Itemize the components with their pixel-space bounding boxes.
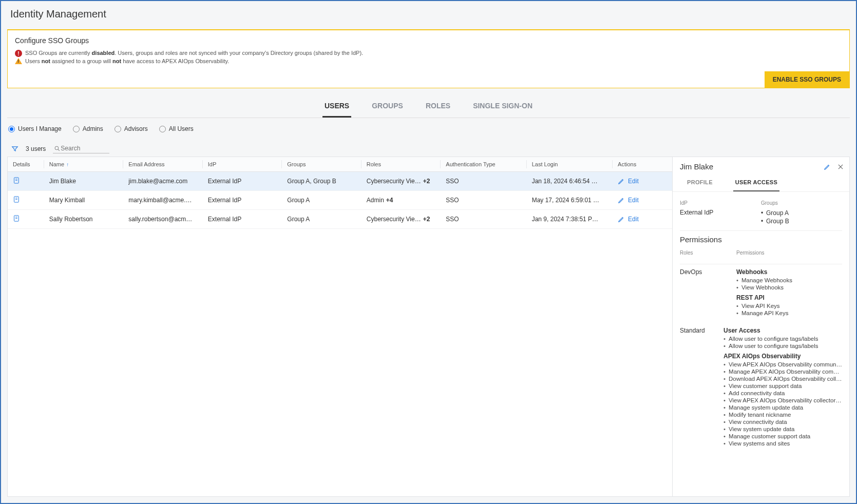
sso-banner: Configure SSO Groups ! SSO Groups are cu… (7, 29, 850, 88)
perm-role-name: Standard (680, 327, 723, 450)
users-table: DetailsName↑Email AddressIdPGroupsRolesA… (8, 157, 672, 229)
error-icon: ! (15, 50, 22, 57)
table-row[interactable]: Sally Robertsonsally.robertson@acm…Exter… (8, 210, 672, 229)
cell-email: mary.kimball@acme.… (123, 191, 203, 210)
perm-item: View APEX AIOps Observability commun… (723, 361, 842, 368)
cell-last-login: May 17, 2024 6:59:01 … (527, 191, 613, 210)
enable-sso-groups-button[interactable]: ENABLE SSO GROUPS (765, 71, 849, 88)
cell-groups: Group A (282, 191, 361, 210)
cell-groups: Group A, Group B (282, 172, 361, 191)
roles-col-label: Roles (680, 250, 736, 256)
col-roles[interactable]: Roles (361, 157, 441, 172)
perm-group-title: Webhooks (736, 268, 842, 276)
perm-item: Modify tenant nickname (723, 411, 842, 418)
tab-single-sign-on[interactable]: SINGLE SIGN-ON (471, 96, 535, 118)
filter-icon[interactable] (11, 145, 18, 152)
edit-icon[interactable] (824, 163, 831, 170)
perm-item: View APEX AIOps Observability collector… (723, 397, 842, 404)
user-count: 3 users (26, 145, 46, 152)
idp-value: External IdP (680, 209, 761, 216)
col-groups[interactable]: Groups (282, 157, 361, 172)
details-icon[interactable] (13, 196, 21, 203)
perm-role-row: StandardUser AccessAllow user to configu… (680, 327, 842, 450)
group-item: Group A (761, 209, 842, 217)
groups-label: Groups (761, 200, 842, 206)
radio-advisors[interactable]: Advisors (115, 125, 148, 132)
col-idp[interactable]: IdP (203, 157, 282, 172)
cell-auth: SSO (441, 172, 526, 191)
cell-last-login: Jan 18, 2024 6:46:54 … (527, 172, 613, 191)
details-icon[interactable] (13, 215, 21, 222)
perm-item: Manage system update data (723, 404, 842, 411)
permissions-heading: Permissions (680, 235, 842, 244)
perm-item: Allow user to configure tags/labels (723, 335, 842, 342)
radio-admins[interactable]: Admins (73, 125, 103, 132)
perm-item: Manage customer support data (723, 433, 842, 440)
perm-item: Download APEX AIOps Observability coll… (723, 375, 842, 382)
radio-all-users[interactable]: All Users (159, 125, 194, 132)
users-table-wrap: DetailsName↑Email AddressIdPGroupsRolesA… (7, 157, 673, 497)
filter-radio-row: Users I ManageAdminsAdvisorsAll Users (1, 118, 856, 137)
cell-roles: Cybersecurity Vie…+2 (361, 210, 441, 229)
edit-button[interactable]: Edit (618, 216, 667, 223)
banner-title: Configure SSO Groups (15, 36, 842, 45)
perm-item: View system update data (723, 425, 842, 433)
cell-idp: External IdP (203, 191, 282, 210)
perm-item: Add connectivity data (723, 390, 842, 397)
group-item: Group B (761, 217, 842, 225)
toolbar: 3 users (1, 137, 856, 157)
perm-item: View connectivity data (723, 418, 842, 425)
cell-email: jim.blake@acme.com (123, 172, 203, 191)
col-email-address[interactable]: Email Address (123, 157, 203, 172)
table-row[interactable]: Mary Kimballmary.kimball@acme.…External … (8, 191, 672, 210)
side-tab-profile[interactable]: PROFILE (685, 175, 715, 191)
perm-item: View systems and sites (723, 440, 842, 447)
page-title: Identity Management (1, 1, 856, 25)
cell-roles: Admin+4 (361, 191, 441, 210)
tab-groups[interactable]: GROUPS (370, 96, 405, 118)
col-name[interactable]: Name↑ (44, 157, 124, 172)
cell-name: Mary Kimball (44, 191, 124, 210)
banner-line-2: Users not assigned to a group will not h… (15, 58, 842, 64)
col-last-login[interactable]: Last Login (527, 157, 613, 172)
tab-users[interactable]: USERS (322, 96, 351, 118)
search-input[interactable] (61, 145, 102, 152)
cell-last-login: Jan 9, 2024 7:38:51 P… (527, 210, 613, 229)
svg-line-1 (58, 149, 60, 151)
side-panel-title: Jim Blake (680, 162, 713, 171)
cell-name: Jim Blake (44, 172, 124, 191)
cell-roles: Cybersecurity Vie…+2 (361, 172, 441, 191)
perm-group-title: User Access (723, 327, 842, 334)
search-wrap (53, 144, 109, 153)
perm-item: View Webhooks (736, 284, 842, 291)
edit-button[interactable]: Edit (618, 178, 667, 185)
perm-item: Allow user to configure tags/labels (723, 342, 842, 350)
main-tabs: USERSGROUPSROLESSINGLE SIGN-ON (7, 96, 850, 118)
svg-point-0 (55, 146, 59, 150)
edit-button[interactable]: Edit (618, 197, 667, 204)
perm-role-name: DevOps (680, 268, 736, 320)
col-actions[interactable]: Actions (613, 157, 672, 172)
table-row[interactable]: Jim Blakejim.blake@acme.comExternal IdPG… (8, 172, 672, 191)
col-authentication-type[interactable]: Authentication Type (441, 157, 526, 172)
perm-item: Manage Webhooks (736, 277, 842, 284)
radio-users-i-manage[interactable]: Users I Manage (8, 125, 62, 132)
cell-idp: External IdP (203, 172, 282, 191)
sort-arrow-icon: ↑ (66, 162, 69, 167)
side-panel: Jim Blake PROFILEUSER ACCESS IdP Externa… (673, 157, 850, 497)
details-icon[interactable] (13, 177, 21, 184)
permissions-col-label: Permissions (736, 250, 842, 256)
close-icon[interactable] (837, 163, 844, 170)
col-details[interactable]: Details (8, 157, 44, 172)
perm-item: View API Keys (736, 302, 842, 309)
search-icon (54, 145, 61, 152)
cell-idp: External IdP (203, 210, 282, 229)
cell-auth: SSO (441, 191, 526, 210)
side-tab-user-access[interactable]: USER ACCESS (733, 175, 779, 191)
tab-roles[interactable]: ROLES (424, 96, 452, 118)
perm-item: Manage API Keys (736, 309, 842, 317)
perm-group-title: APEX AIOps Observability (723, 353, 842, 360)
idp-label: IdP (680, 200, 761, 206)
perm-item: Manage APEX AIOps Observability com… (723, 368, 842, 375)
perm-role-row: DevOpsWebhooksManage WebhooksView Webhoo… (680, 268, 842, 320)
